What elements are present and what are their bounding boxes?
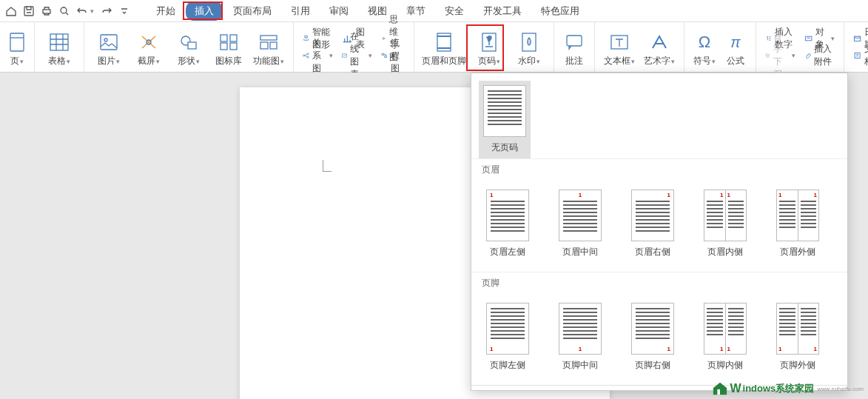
cover-page-button[interactable]: 页▾ xyxy=(4,24,30,71)
table-button[interactable]: 表格▾ xyxy=(39,24,79,71)
option-header-inner[interactable]: 1 1 页眉内侧 xyxy=(699,185,751,263)
option-header-outer[interactable]: 1 1 页眉外侧 xyxy=(772,185,824,263)
svg-rect-1 xyxy=(43,10,50,13)
svg-rect-32 xyxy=(854,36,860,41)
onlinechart-button[interactable]: 在线图表▾ xyxy=(337,47,377,64)
picture-label: 图片 xyxy=(98,55,115,67)
svg-rect-16 xyxy=(270,42,277,49)
text-cursor xyxy=(323,160,332,172)
symbol-button[interactable]: Ω 符号▾ xyxy=(689,24,720,71)
svg-rect-23 xyxy=(382,53,384,55)
svg-rect-33 xyxy=(855,53,860,58)
svg-rect-29 xyxy=(567,36,582,46)
docpart-button[interactable]: 文档 xyxy=(849,47,868,64)
option-no-pagenum[interactable]: 无页码 xyxy=(479,81,531,158)
dropcap-button[interactable]: 首字下沉▾ xyxy=(761,47,800,64)
option-header-right-label: 页眉右侧 xyxy=(635,246,670,258)
undo-caret[interactable]: ▾ xyxy=(90,7,94,15)
preview-icon[interactable] xyxy=(56,3,73,19)
svg-rect-15 xyxy=(260,42,268,49)
funcfig-button[interactable]: 功能图▾ xyxy=(249,24,289,71)
ribbon: 页▾ 表格▾ 图片▾ 截屏▾ 形状▾ 图标库 功能图▾ xyxy=(0,22,868,73)
qat-more-icon[interactable] xyxy=(116,3,132,19)
watermark-button[interactable]: 水印▾ xyxy=(509,24,549,71)
table-label: 表格 xyxy=(48,55,66,67)
flowchart-button[interactable]: 流程图 xyxy=(377,47,409,64)
tab-special[interactable]: 特色应用 xyxy=(532,1,588,21)
option-header-center[interactable]: 1 页眉中间 xyxy=(554,185,606,263)
svg-rect-11 xyxy=(230,35,237,41)
option-footer-outer[interactable]: 1 1 页脚外侧 xyxy=(772,298,824,376)
svg-rect-0 xyxy=(24,7,33,16)
option-header-center-label: 页眉中间 xyxy=(562,246,598,258)
tab-insert[interactable]: 插入 xyxy=(186,1,223,21)
print-icon[interactable] xyxy=(38,3,55,19)
svg-rect-17 xyxy=(305,36,307,38)
option-header-left-label: 页眉左侧 xyxy=(490,246,525,258)
comment-button[interactable]: 批注 xyxy=(559,24,590,71)
option-footer-outer-label: 页脚外侧 xyxy=(780,359,815,372)
watermark-url: www.ruihaifu.com xyxy=(817,386,864,392)
headerfooter-button[interactable]: 页眉和页脚 xyxy=(419,24,469,71)
option-footer-center-label: 页脚中间 xyxy=(562,359,598,372)
house-icon xyxy=(712,381,728,396)
textbox-label: 文本框 xyxy=(604,55,630,67)
svg-point-18 xyxy=(303,55,305,56)
section-footer: 页脚 xyxy=(471,272,847,294)
svg-rect-5 xyxy=(101,35,117,50)
headerfooter-label: 页眉和页脚 xyxy=(422,55,466,67)
tab-review[interactable]: 审阅 xyxy=(320,1,357,21)
tab-dev[interactable]: 开发工具 xyxy=(474,1,531,21)
option-no-pagenum-label: 无页码 xyxy=(491,141,518,154)
section-header: 页眉 xyxy=(471,158,847,181)
svg-rect-10 xyxy=(221,35,227,41)
pagenum-label: 页码 xyxy=(478,55,496,67)
svg-rect-9 xyxy=(188,42,196,49)
watermark-brand: indows系统家园 xyxy=(743,382,815,395)
option-footer-left-label: 页脚左侧 xyxy=(490,359,525,372)
save-icon[interactable] xyxy=(21,3,37,19)
undo-icon[interactable] xyxy=(74,3,90,19)
redo-icon[interactable] xyxy=(98,3,115,19)
svg-rect-14 xyxy=(260,36,277,40)
textbox-button[interactable]: 文本框▾ xyxy=(599,24,639,71)
option-header-inner-label: 页眉内侧 xyxy=(707,246,743,258)
svg-point-20 xyxy=(307,56,309,58)
attach-button[interactable]: 插入附件 xyxy=(800,47,839,64)
option-footer-left[interactable]: 1 页脚左侧 xyxy=(482,298,534,376)
option-header-left[interactable]: 1 页眉左侧 xyxy=(482,185,534,263)
tab-start[interactable]: 开始 xyxy=(147,1,184,21)
option-footer-inner-label: 页脚内侧 xyxy=(707,359,743,372)
svg-rect-13 xyxy=(230,43,237,50)
svg-point-19 xyxy=(307,53,309,55)
shapes-button[interactable]: 形状▾ xyxy=(169,24,209,71)
option-header-right[interactable]: 1 页眉右侧 xyxy=(627,185,679,263)
svg-rect-36 xyxy=(718,389,721,395)
option-footer-inner[interactable]: 1 1 页脚内侧 xyxy=(699,298,751,376)
svg-point-6 xyxy=(104,38,107,41)
svg-rect-3 xyxy=(10,33,24,51)
equation-button[interactable]: π 公式 xyxy=(720,24,751,71)
relation-label: 关系图 xyxy=(312,37,326,75)
option-footer-center[interactable]: 1 页脚中间 xyxy=(554,298,606,376)
tab-security[interactable]: 安全 xyxy=(436,1,473,21)
option-footer-right[interactable]: 1 页脚右侧 xyxy=(627,298,679,376)
pagenum-button[interactable]: # 页码▾ xyxy=(469,24,509,71)
symbol-label: 符号 xyxy=(693,55,711,67)
home-icon[interactable] xyxy=(3,3,19,19)
iconlib-label: 图标库 xyxy=(215,55,242,67)
picture-button[interactable]: 图片▾ xyxy=(89,24,129,71)
attach-label: 插入附件 xyxy=(814,43,835,68)
shapes-label: 形状 xyxy=(178,55,195,67)
screenshot-button[interactable]: 截屏▾ xyxy=(129,24,169,71)
tab-ref[interactable]: 引用 xyxy=(282,1,319,21)
relation-button[interactable]: 关系图▾ xyxy=(298,47,337,64)
docpart-label: 文档 xyxy=(864,43,868,68)
option-header-outer-label: 页眉外侧 xyxy=(780,246,815,258)
cover-page-label: 页 xyxy=(10,55,19,67)
iconlib-button[interactable]: 图标库 xyxy=(209,24,249,71)
quick-access-row: ▾ 开始 插入 页面布局 引用 审阅 视图 章节 安全 开发工具 特色应用 xyxy=(0,0,868,22)
tab-layout[interactable]: 页面布局 xyxy=(224,1,280,21)
wordart-button[interactable]: 艺术字▾ xyxy=(639,24,679,71)
svg-rect-12 xyxy=(221,43,227,50)
